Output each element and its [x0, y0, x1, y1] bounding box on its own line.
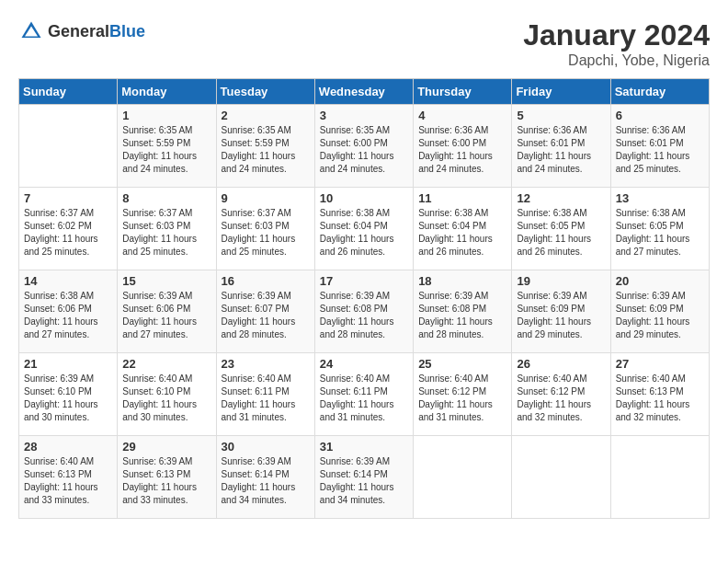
day-number: 16	[222, 274, 310, 288]
day-info: Sunrise: 6:39 AMSunset: 6:10 PMDaylight:…	[24, 373, 112, 424]
day-info: Sunrise: 6:39 AMSunset: 6:08 PMDaylight:…	[320, 290, 408, 341]
day-info: Sunrise: 6:39 AMSunset: 6:06 PMDaylight:…	[122, 290, 210, 341]
day-number: 27	[616, 357, 704, 371]
calendar-week-1: 7Sunrise: 6:37 AMSunset: 6:02 PMDaylight…	[19, 188, 710, 270]
calendar-header-row: SundayMondayTuesdayWednesdayThursdayFrid…	[19, 79, 710, 105]
day-info: Sunrise: 6:39 AMSunset: 6:07 PMDaylight:…	[222, 290, 310, 341]
day-info: Sunrise: 6:39 AMSunset: 6:13 PMDaylight:…	[122, 455, 210, 507]
day-number: 6	[616, 109, 704, 122]
calendar-cell	[414, 436, 512, 519]
calendar-cell: 30Sunrise: 6:39 AMSunset: 6:14 PMDayligh…	[216, 436, 314, 519]
calendar-week-4: 28Sunrise: 6:40 AMSunset: 6:13 PMDayligh…	[19, 436, 710, 519]
calendar-cell: 11Sunrise: 6:38 AMSunset: 6:04 PMDayligh…	[414, 188, 512, 270]
day-number: 8	[122, 191, 210, 205]
calendar-header-wednesday: Wednesday	[314, 79, 413, 105]
calendar-cell	[610, 436, 709, 519]
day-number: 15	[122, 274, 210, 288]
day-number: 28	[24, 440, 112, 454]
page-header: GeneralBlue January 2024 Dapchi, Yobe, N…	[18, 18, 710, 69]
calendar-cell: 16Sunrise: 6:39 AMSunset: 6:07 PMDayligh…	[216, 270, 314, 353]
calendar-cell: 13Sunrise: 6:38 AMSunset: 6:05 PMDayligh…	[610, 188, 709, 270]
day-info: Sunrise: 6:37 AMSunset: 6:03 PMDaylight:…	[222, 207, 310, 259]
calendar-week-0: 1Sunrise: 6:35 AMSunset: 5:59 PMDaylight…	[19, 105, 710, 188]
day-info: Sunrise: 6:39 AMSunset: 6:08 PMDaylight:…	[418, 290, 506, 341]
calendar-cell: 12Sunrise: 6:38 AMSunset: 6:05 PMDayligh…	[512, 188, 610, 270]
day-number: 9	[222, 191, 310, 205]
calendar-cell: 8Sunrise: 6:37 AMSunset: 6:03 PMDaylight…	[118, 188, 216, 270]
day-number: 2	[222, 109, 310, 122]
calendar-cell	[512, 436, 610, 519]
day-info: Sunrise: 6:40 AMSunset: 6:11 PMDaylight:…	[320, 373, 408, 424]
day-info: Sunrise: 6:38 AMSunset: 6:04 PMDaylight:…	[320, 207, 408, 259]
day-info: Sunrise: 6:40 AMSunset: 6:10 PMDaylight:…	[122, 373, 210, 424]
calendar-cell: 20Sunrise: 6:39 AMSunset: 6:09 PMDayligh…	[610, 270, 709, 353]
day-info: Sunrise: 6:39 AMSunset: 6:14 PMDaylight:…	[222, 455, 310, 507]
calendar-cell: 24Sunrise: 6:40 AMSunset: 6:11 PMDayligh…	[314, 353, 413, 436]
logo-blue: Blue	[109, 22, 145, 40]
calendar-week-2: 14Sunrise: 6:38 AMSunset: 6:06 PMDayligh…	[19, 270, 710, 353]
day-info: Sunrise: 6:35 AMSunset: 6:00 PMDaylight:…	[320, 124, 408, 176]
location-title: Dapchi, Yobe, Nigeria	[523, 52, 710, 69]
calendar-week-3: 21Sunrise: 6:39 AMSunset: 6:10 PMDayligh…	[19, 353, 710, 436]
day-number: 10	[320, 191, 408, 205]
calendar-cell: 3Sunrise: 6:35 AMSunset: 6:00 PMDaylight…	[314, 105, 413, 188]
calendar-cell: 25Sunrise: 6:40 AMSunset: 6:12 PMDayligh…	[414, 353, 512, 436]
day-info: Sunrise: 6:40 AMSunset: 6:12 PMDaylight:…	[418, 373, 506, 424]
day-number: 23	[222, 357, 310, 371]
calendar-header-tuesday: Tuesday	[216, 79, 314, 105]
logo: GeneralBlue	[18, 18, 145, 44]
day-number: 13	[616, 191, 704, 205]
day-number: 4	[418, 109, 506, 122]
calendar-table: SundayMondayTuesdayWednesdayThursdayFrid…	[18, 78, 710, 519]
day-number: 1	[122, 109, 210, 122]
day-number: 20	[616, 274, 704, 288]
calendar-cell: 1Sunrise: 6:35 AMSunset: 5:59 PMDaylight…	[118, 105, 216, 188]
day-number: 25	[418, 357, 506, 371]
logo-icon	[18, 18, 44, 44]
day-info: Sunrise: 6:35 AMSunset: 5:59 PMDaylight:…	[122, 124, 210, 176]
calendar-body: 1Sunrise: 6:35 AMSunset: 5:59 PMDaylight…	[19, 105, 710, 519]
calendar-cell: 22Sunrise: 6:40 AMSunset: 6:10 PMDayligh…	[118, 353, 216, 436]
day-number: 3	[320, 109, 408, 122]
day-number: 22	[122, 357, 210, 371]
calendar-cell: 17Sunrise: 6:39 AMSunset: 6:08 PMDayligh…	[314, 270, 413, 353]
day-info: Sunrise: 6:40 AMSunset: 6:12 PMDaylight:…	[517, 373, 605, 424]
calendar-header-sunday: Sunday	[19, 79, 118, 105]
calendar-cell: 4Sunrise: 6:36 AMSunset: 6:00 PMDaylight…	[414, 105, 512, 188]
day-number: 17	[320, 274, 408, 288]
day-number: 18	[418, 274, 506, 288]
calendar-cell: 10Sunrise: 6:38 AMSunset: 6:04 PMDayligh…	[314, 188, 413, 270]
day-info: Sunrise: 6:39 AMSunset: 6:09 PMDaylight:…	[517, 290, 605, 341]
day-info: Sunrise: 6:36 AMSunset: 6:01 PMDaylight:…	[517, 124, 605, 176]
day-info: Sunrise: 6:37 AMSunset: 6:03 PMDaylight:…	[122, 207, 210, 259]
logo-general: General	[48, 22, 109, 40]
day-info: Sunrise: 6:38 AMSunset: 6:05 PMDaylight:…	[517, 207, 605, 259]
calendar-cell: 28Sunrise: 6:40 AMSunset: 6:13 PMDayligh…	[19, 436, 118, 519]
calendar-header-saturday: Saturday	[610, 79, 709, 105]
day-number: 21	[24, 357, 112, 371]
calendar-header-thursday: Thursday	[414, 79, 512, 105]
day-number: 26	[517, 357, 605, 371]
day-info: Sunrise: 6:40 AMSunset: 6:13 PMDaylight:…	[24, 455, 112, 507]
calendar-header-friday: Friday	[512, 79, 610, 105]
day-info: Sunrise: 6:38 AMSunset: 6:04 PMDaylight:…	[418, 207, 506, 259]
day-info: Sunrise: 6:35 AMSunset: 5:59 PMDaylight:…	[222, 124, 310, 176]
title-block: January 2024 Dapchi, Yobe, Nigeria	[523, 18, 710, 69]
day-number: 29	[122, 440, 210, 454]
calendar-cell: 31Sunrise: 6:39 AMSunset: 6:14 PMDayligh…	[314, 436, 413, 519]
day-number: 11	[418, 191, 506, 205]
day-number: 19	[517, 274, 605, 288]
day-number: 7	[24, 191, 112, 205]
calendar-cell: 26Sunrise: 6:40 AMSunset: 6:12 PMDayligh…	[512, 353, 610, 436]
day-info: Sunrise: 6:38 AMSunset: 6:06 PMDaylight:…	[24, 290, 112, 341]
day-number: 5	[517, 109, 605, 122]
calendar-cell: 6Sunrise: 6:36 AMSunset: 6:01 PMDaylight…	[610, 105, 709, 188]
calendar-header-monday: Monday	[118, 79, 216, 105]
calendar-cell: 21Sunrise: 6:39 AMSunset: 6:10 PMDayligh…	[19, 353, 118, 436]
day-info: Sunrise: 6:37 AMSunset: 6:02 PMDaylight:…	[24, 207, 112, 259]
calendar-cell: 29Sunrise: 6:39 AMSunset: 6:13 PMDayligh…	[118, 436, 216, 519]
calendar-cell: 19Sunrise: 6:39 AMSunset: 6:09 PMDayligh…	[512, 270, 610, 353]
calendar-cell: 5Sunrise: 6:36 AMSunset: 6:01 PMDaylight…	[512, 105, 610, 188]
calendar-cell: 23Sunrise: 6:40 AMSunset: 6:11 PMDayligh…	[216, 353, 314, 436]
day-info: Sunrise: 6:36 AMSunset: 6:01 PMDaylight:…	[616, 124, 704, 176]
